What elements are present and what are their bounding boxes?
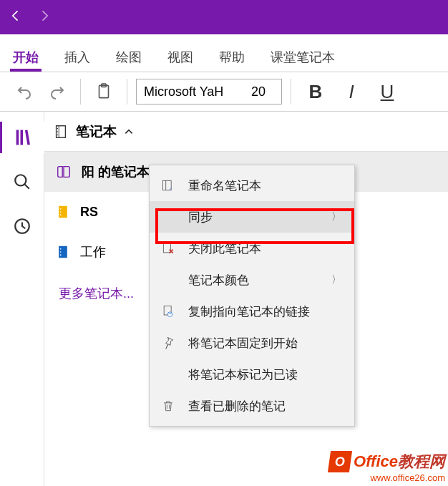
redo-button[interactable] — [43, 77, 72, 106]
svg-point-14 — [60, 248, 62, 250]
ctx-pin[interactable]: 将笔记本固定到开始 — [150, 327, 354, 359]
watermark-url: www.office26.com — [329, 472, 445, 483]
tab-view[interactable]: 视图 — [165, 40, 196, 72]
ctx-view-deleted[interactable]: 查看已删除的笔记 — [150, 390, 354, 422]
chevron-right-icon: 〉 — [331, 273, 341, 286]
font-selector[interactable] — [136, 79, 282, 105]
bold-button[interactable]: B — [300, 76, 331, 107]
trash-icon — [160, 399, 177, 413]
svg-point-12 — [60, 214, 62, 215]
title-bar — [0, 0, 448, 34]
chevron-right-icon: 〉 — [331, 210, 341, 223]
svg-point-16 — [60, 254, 62, 256]
rail-notebooks[interactable] — [0, 122, 44, 153]
svg-point-8 — [57, 134, 58, 135]
ctx-mark-read[interactable]: 将笔记本标记为已读 — [150, 359, 354, 390]
undo-button[interactable] — [10, 77, 39, 106]
tab-insert[interactable]: 插入 — [62, 40, 93, 72]
pin-icon — [160, 336, 177, 350]
nav-rail — [0, 112, 44, 486]
ctx-copy-link[interactable]: 复制指向笔记本的链接 — [150, 296, 354, 327]
svg-point-2 — [15, 175, 26, 185]
rail-search[interactable] — [0, 166, 44, 198]
notebook-icon — [56, 164, 72, 180]
ribbon-tabs: 开始 插入 绘图 视图 帮助 课堂笔记本 — [0, 34, 448, 72]
tab-draw[interactable]: 绘图 — [113, 40, 145, 72]
svg-rect-18 — [163, 243, 170, 253]
watermark: O Office教程网 www.office26.com — [329, 451, 445, 483]
ctx-close[interactable]: 关闭此笔记本 — [150, 233, 354, 264]
ctx-rename[interactable]: 重命名笔记本 — [150, 170, 354, 201]
tab-help[interactable]: 帮助 — [216, 40, 248, 72]
svg-point-7 — [57, 131, 58, 132]
ctx-color[interactable]: 笔记本颜色 〉 — [150, 264, 354, 296]
italic-button[interactable]: I — [336, 76, 367, 107]
toolbar: B I U — [0, 72, 448, 112]
notebook-icon — [53, 124, 69, 140]
close-notebook-icon — [160, 241, 177, 256]
panel-header[interactable]: 笔记本 — [44, 112, 448, 152]
underline-button[interactable]: U — [371, 76, 403, 107]
chevron-up-icon — [124, 127, 134, 137]
rail-recent[interactable] — [0, 210, 44, 242]
ctx-sync[interactable]: 同步 〉 — [150, 201, 354, 233]
svg-rect-17 — [163, 180, 172, 190]
svg-point-20 — [167, 312, 172, 317]
notebook-icon — [56, 204, 70, 220]
svg-point-6 — [57, 127, 58, 128]
watermark-logo-icon: O — [328, 451, 352, 472]
svg-point-10 — [60, 208, 62, 210]
rename-icon — [160, 178, 177, 193]
context-menu: 重命名笔记本 同步 〉 关闭此笔记本 笔记本颜色 〉 复制指向笔记本的链接 将笔… — [149, 165, 355, 427]
font-name-input[interactable] — [137, 79, 244, 104]
tab-class-notebook[interactable]: 课堂笔记本 — [268, 40, 338, 72]
clipboard-button[interactable] — [89, 77, 118, 106]
font-size-input[interactable] — [244, 79, 281, 104]
svg-point-11 — [60, 211, 62, 213]
svg-point-15 — [60, 251, 62, 253]
panel-title: 笔记本 — [76, 122, 117, 141]
back-icon[interactable] — [9, 9, 23, 26]
tab-start[interactable]: 开始 — [10, 40, 42, 72]
link-icon — [160, 304, 177, 319]
notebook-icon — [56, 244, 70, 260]
forward-icon — [37, 9, 52, 26]
